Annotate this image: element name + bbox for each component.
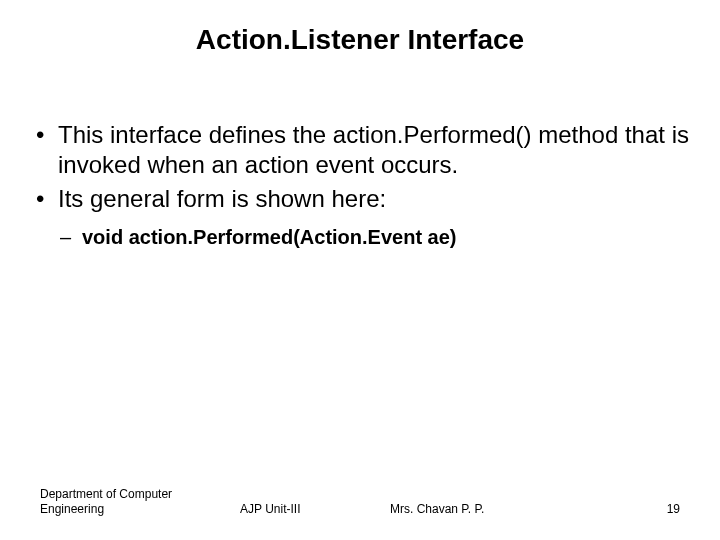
footer-dept-line1: Department of Computer xyxy=(40,487,240,501)
footer-author: Mrs. Chavan P. P. xyxy=(390,502,570,516)
slide-content: This interface defines the action.Perfor… xyxy=(0,80,720,250)
bullet-item: This interface defines the action.Perfor… xyxy=(30,120,690,180)
bullet-list: This interface defines the action.Perfor… xyxy=(30,120,690,214)
sub-bullet-list: void action.Performed(Action.Event ae) xyxy=(30,224,690,250)
bullet-item: Its general form is shown here: xyxy=(30,184,690,214)
footer-page-number: 19 xyxy=(570,502,680,516)
slide-footer: Department of Computer Engineering AJP U… xyxy=(0,487,720,516)
footer-department: Department of Computer Engineering xyxy=(40,487,240,516)
sub-bullet-item: void action.Performed(Action.Event ae) xyxy=(30,224,690,250)
footer-dept-line2: Engineering xyxy=(40,502,240,516)
footer-course: AJP Unit-III xyxy=(240,502,390,516)
slide-title: Action.Listener Interface xyxy=(0,0,720,80)
